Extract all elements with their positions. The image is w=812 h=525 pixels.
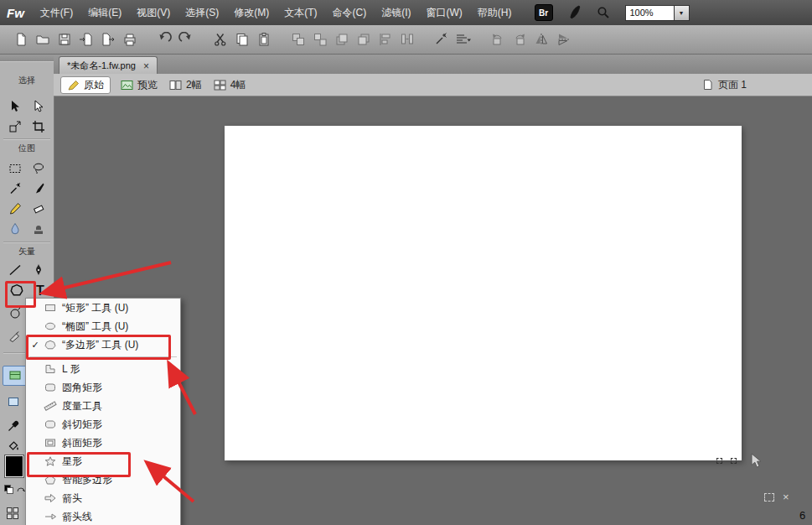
eyedropper-tool[interactable] bbox=[3, 417, 23, 435]
menu-text[interactable]: 文本(T) bbox=[277, 0, 324, 25]
menu-help[interactable]: 帮助(H) bbox=[470, 0, 520, 25]
menu-bar: Fw 文件(F) 编辑(E) 视图(V) 选择(S) 修改(M) 文本(T) 命… bbox=[0, 0, 812, 26]
flip-vertical-icon[interactable] bbox=[552, 29, 574, 50]
view-mode-2up[interactable]: 2幅 bbox=[169, 78, 202, 92]
zoom-dropdown-button[interactable]: ▼ bbox=[675, 5, 690, 21]
flyout-item-star[interactable]: 星形 bbox=[26, 452, 180, 470]
rotate-ccw-icon[interactable] bbox=[487, 29, 509, 50]
flyout-item-rectangle-tool[interactable]: “矩形” 工具 (U) bbox=[26, 299, 180, 317]
view-mode-label: 预览 bbox=[137, 78, 158, 92]
open-icon[interactable] bbox=[32, 29, 54, 50]
group-icon[interactable] bbox=[287, 29, 309, 50]
flyout-item-l-shape[interactable]: L 形 bbox=[26, 360, 180, 378]
hotspot-tool[interactable] bbox=[3, 392, 23, 411]
undo-icon[interactable] bbox=[153, 29, 175, 50]
flyout-item-arrow-line[interactable]: 箭头线 bbox=[26, 507, 180, 525]
crop-tool[interactable] bbox=[28, 117, 49, 136]
view-mode-preview[interactable]: 预览 bbox=[121, 78, 158, 92]
flyout-item-arrow[interactable]: 箭头 bbox=[26, 489, 180, 507]
brush-tool[interactable] bbox=[28, 179, 49, 198]
canvas-handle[interactable] bbox=[731, 458, 737, 464]
default-colors-icon[interactable] bbox=[4, 485, 26, 494]
slice-tool[interactable] bbox=[3, 366, 27, 386]
fill-color-swatch[interactable] bbox=[5, 455, 23, 477]
flyout-item-label: 星形 bbox=[59, 455, 82, 469]
menu-select[interactable]: 选择(S) bbox=[178, 0, 226, 25]
rubber-stamp-tool[interactable] bbox=[28, 220, 49, 238]
flip-horizontal-icon[interactable] bbox=[530, 29, 552, 50]
preview-icon bbox=[121, 80, 133, 91]
line-tool[interactable] bbox=[5, 261, 25, 279]
flyout-item-rounded-rectangle[interactable]: 圆角矩形 bbox=[26, 378, 180, 397]
subselection-tool[interactable] bbox=[28, 97, 49, 116]
four-up-icon bbox=[214, 80, 226, 91]
restore-icon[interactable] bbox=[764, 493, 774, 502]
close-icon[interactable]: × bbox=[783, 491, 789, 502]
knife-tool[interactable] bbox=[5, 326, 25, 345]
menu-file[interactable]: 文件(F) bbox=[33, 0, 80, 25]
flyout-item-polygon-tool[interactable]: ✓ “多边形” 工具 (U) bbox=[26, 335, 180, 354]
menu-window[interactable]: 窗口(W) bbox=[419, 0, 470, 25]
distribute-icon[interactable] bbox=[396, 29, 418, 50]
export-preview-icon[interactable] bbox=[431, 29, 453, 50]
menu-edit[interactable]: 编辑(E) bbox=[80, 0, 129, 25]
menu-separator bbox=[29, 356, 177, 357]
send-to-back-icon[interactable] bbox=[353, 29, 375, 50]
screen-mode-tool[interactable] bbox=[3, 504, 23, 522]
page-selector[interactable]: 页面 1 bbox=[702, 78, 747, 92]
view-mode-original[interactable]: 原始 bbox=[60, 76, 111, 94]
eraser-tool[interactable] bbox=[28, 200, 49, 218]
menu-filters[interactable]: 滤镜(I) bbox=[374, 0, 418, 25]
menu-commands[interactable]: 命令(C) bbox=[325, 0, 375, 25]
align-edge-icon[interactable] bbox=[375, 29, 396, 50]
bridge-button[interactable]: Br bbox=[535, 4, 553, 21]
feather-icon[interactable] bbox=[568, 5, 582, 20]
paint-bucket-tool[interactable] bbox=[3, 437, 23, 455]
view-mode-4up[interactable]: 4幅 bbox=[214, 78, 246, 92]
shape-tool-flyout-menu: “矩形” 工具 (U) “椭圆” 工具 (U) ✓ “多边形” 工具 (U) L… bbox=[25, 298, 181, 525]
paste-icon[interactable] bbox=[253, 29, 275, 50]
export-icon[interactable] bbox=[97, 29, 119, 50]
print-icon[interactable] bbox=[119, 29, 141, 50]
flyout-item-ellipse-tool[interactable]: “椭圆” 工具 (U) bbox=[26, 317, 180, 335]
flyout-item-smart-polygon[interactable]: 智能多边形 bbox=[26, 470, 180, 489]
bring-to-front-icon[interactable] bbox=[331, 29, 353, 50]
ellipse-icon bbox=[41, 321, 59, 331]
ungroup-icon[interactable] bbox=[309, 29, 331, 50]
blur-tool[interactable] bbox=[5, 220, 25, 238]
pencil-tool[interactable] bbox=[5, 200, 25, 218]
freeform-tool[interactable] bbox=[5, 304, 25, 323]
lasso-tool[interactable] bbox=[28, 159, 49, 178]
menu-view[interactable]: 视图(V) bbox=[129, 0, 178, 25]
flyout-item-measure-tool[interactable]: 度量工具 bbox=[26, 397, 180, 415]
document-canvas[interactable] bbox=[225, 126, 742, 460]
pointer-tool[interactable] bbox=[5, 97, 25, 116]
flyout-item-chamfer-rectangle[interactable]: 斜面矩形 bbox=[26, 434, 180, 452]
flyout-item-label: 斜切矩形 bbox=[59, 418, 102, 432]
panel-grip[interactable] bbox=[0, 54, 54, 62]
page-label: 页面 1 bbox=[718, 78, 747, 92]
scale-tool[interactable] bbox=[5, 117, 25, 136]
magic-wand-tool[interactable] bbox=[5, 179, 25, 198]
cut-icon[interactable] bbox=[209, 29, 231, 50]
menu-modify[interactable]: 修改(M) bbox=[226, 0, 277, 25]
smart-polygon-icon bbox=[41, 475, 59, 485]
redo-icon[interactable] bbox=[175, 29, 197, 50]
pen-tool[interactable] bbox=[28, 261, 49, 279]
beveled-rectangle-icon bbox=[41, 419, 59, 429]
import-icon[interactable] bbox=[75, 29, 97, 50]
flyout-item-beveled-rectangle[interactable]: 斜切矩形 bbox=[26, 415, 180, 434]
align-menu-icon[interactable] bbox=[453, 29, 474, 50]
new-document-icon[interactable] bbox=[10, 29, 32, 50]
save-icon[interactable] bbox=[54, 29, 75, 50]
marquee-tool[interactable] bbox=[5, 159, 25, 178]
shape-tool[interactable] bbox=[7, 282, 27, 300]
search-icon[interactable] bbox=[597, 6, 610, 19]
tab-close-icon[interactable]: × bbox=[143, 61, 149, 71]
canvas-handle[interactable] bbox=[716, 458, 722, 464]
zoom-value-field[interactable]: 100% bbox=[625, 5, 675, 21]
rotate-cw-icon[interactable] bbox=[509, 29, 530, 50]
copy-icon[interactable] bbox=[231, 29, 253, 50]
document-tab[interactable]: *未命名-1.fw.png × bbox=[59, 56, 158, 75]
fireworks-window: Fw 文件(F) 编辑(E) 视图(V) 选择(S) 修改(M) 文本(T) 命… bbox=[0, 0, 812, 525]
